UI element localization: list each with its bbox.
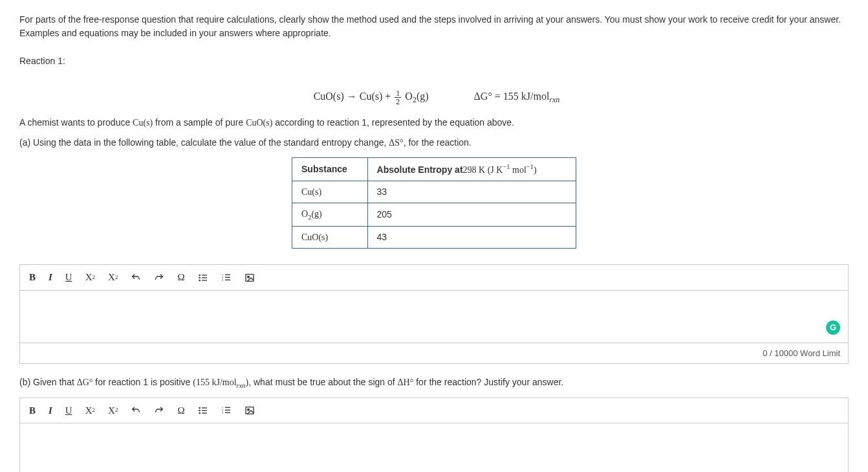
numbered-list-button[interactable]: 123 <box>221 273 232 283</box>
txt: , for the reaction. <box>404 137 472 148</box>
col-entropy: Absolute Entropy at298 K (J K−1 mol−1) <box>367 158 576 181</box>
undo-button[interactable] <box>131 273 141 283</box>
svg-point-2 <box>199 276 201 278</box>
superscript-button[interactable]: X2 <box>85 270 95 285</box>
bold-button[interactable]: B <box>29 403 36 418</box>
answer-textarea-b[interactable] <box>20 423 848 472</box>
cell-substance: CuO(s) <box>292 227 368 249</box>
txt: mol <box>510 165 526 175</box>
exp: 2 <box>92 406 96 415</box>
txt: (b) Given that <box>19 377 77 387</box>
txt: X <box>85 270 92 285</box>
delta-g-text: ΔG° = 155 kJ/mol <box>474 91 550 102</box>
exp: 2 <box>115 406 118 415</box>
svg-point-0 <box>199 274 201 276</box>
txt: X <box>108 270 115 285</box>
redo-button[interactable] <box>154 405 164 416</box>
exp: 2 <box>92 273 96 282</box>
svg-point-27 <box>247 409 249 411</box>
entropy-table: Substance Absolute Entropy at298 K (J K−… <box>292 157 576 249</box>
txt: for the reaction? Justify your answer. <box>413 377 563 387</box>
txt: (a) Using the data in the following tabl… <box>19 137 389 148</box>
formula-cuo: CuO(s) <box>246 118 272 128</box>
redo-button[interactable] <box>154 273 164 283</box>
answer-editor-b: B I U X2 X2 Ω 123 0 / 10000 Word Limit <box>19 398 849 472</box>
reaction-equation: CuO(s) → Cu(s) + 12 O2(g)ΔG° = 155 kJ/mo… <box>19 73 849 106</box>
svg-rect-23 <box>225 410 230 410</box>
image-button[interactable] <box>244 273 255 283</box>
special-char-button[interactable]: Ω <box>177 270 184 285</box>
svg-point-4 <box>199 279 201 281</box>
instructions-text: For parts of the free-response question … <box>19 13 849 40</box>
txt: from a sample of pure <box>153 117 246 128</box>
fraction-half: 12 <box>395 89 401 106</box>
svg-rect-21 <box>225 407 230 408</box>
txt: (g) <box>311 209 321 219</box>
table-row: CuO(s) 43 <box>292 227 576 249</box>
delta-g-sub: rxn <box>549 95 559 104</box>
svg-point-14 <box>199 407 201 409</box>
svg-rect-19 <box>202 413 207 414</box>
svg-rect-26 <box>246 407 254 414</box>
svg-rect-9 <box>225 276 230 277</box>
sup: −1 <box>503 163 510 170</box>
col-substance: Substance <box>292 158 368 181</box>
svg-rect-5 <box>202 280 207 280</box>
answer-textarea-a[interactable]: G <box>20 291 848 343</box>
editor-toolbar: B I U X2 X2 Ω 123 <box>20 265 848 291</box>
o2-tail: (g) <box>417 91 429 102</box>
numbered-list-button[interactable]: 123 <box>221 405 232 416</box>
svg-point-16 <box>199 410 201 412</box>
frac-den: 2 <box>395 98 401 106</box>
table-header-row: Substance Absolute Entropy at298 K (J K−… <box>292 158 576 181</box>
txt: Absolute Entropy at <box>377 164 463 175</box>
subscript-button[interactable]: X2 <box>108 403 118 418</box>
txt: for reaction 1 is positive <box>92 377 193 387</box>
italic-button[interactable]: I <box>49 270 52 285</box>
txt: X <box>108 403 115 418</box>
underline-button[interactable]: U <box>65 270 72 285</box>
svg-rect-11 <box>225 279 230 280</box>
svg-text:3: 3 <box>221 278 223 282</box>
cell-substance: O2(g) <box>292 203 368 227</box>
underline-button[interactable]: U <box>65 403 72 418</box>
part-b-prompt: (b) Given that ΔG° for reaction 1 is pos… <box>19 376 849 391</box>
reaction-label: Reaction 1: <box>19 54 849 68</box>
txt: A chemist wants to produce <box>19 117 133 128</box>
paren: (155 kJ/mol <box>193 377 236 387</box>
delta-g-symbol: ΔG° <box>77 377 93 387</box>
formula-cu: Cu(s) <box>133 118 153 128</box>
special-char-button[interactable]: Ω <box>177 403 184 418</box>
bold-button[interactable]: B <box>29 270 36 285</box>
subscript-button[interactable]: X2 <box>108 270 118 285</box>
image-button[interactable] <box>244 405 255 416</box>
eq-lhs: CuO(s) → Cu(s) + <box>314 91 394 102</box>
grammarly-icon[interactable]: G <box>826 320 840 335</box>
txt: ) <box>534 165 537 175</box>
sub: rxn <box>237 382 246 389</box>
txt: X <box>85 403 92 418</box>
txt: , what must be true about the sign of <box>248 377 397 387</box>
editor-toolbar: B I U X2 X2 Ω 123 <box>20 398 848 424</box>
cell-substance: Cu(s) <box>292 181 368 203</box>
table-row: Cu(s) 33 <box>292 181 576 203</box>
chemist-statement: A chemist wants to produce Cu(s) from a … <box>19 116 849 129</box>
word-limit-a: 0 / 10000 Word Limit <box>20 343 848 364</box>
bullet-list-button[interactable] <box>198 273 208 283</box>
svg-rect-12 <box>246 274 254 281</box>
txt: 298 K (J K <box>463 165 503 175</box>
exp: 2 <box>115 273 118 282</box>
txt: O <box>301 209 308 219</box>
cell-value: 205 <box>367 203 576 227</box>
cell-value: 43 <box>367 227 576 249</box>
cell-value: 33 <box>367 181 576 203</box>
txt: according to reaction 1, represented by … <box>272 117 514 128</box>
undo-button[interactable] <box>131 405 141 416</box>
table-row: O2(g) 205 <box>292 203 576 227</box>
italic-button[interactable]: I <box>49 403 52 418</box>
superscript-button[interactable]: X2 <box>85 403 95 418</box>
bullet-list-button[interactable] <box>198 405 208 416</box>
svg-rect-15 <box>202 408 207 409</box>
answer-editor-a: B I U X2 X2 Ω 123 G 0 / 10000 Word Limit <box>19 264 849 364</box>
svg-text:3: 3 <box>221 412 223 415</box>
